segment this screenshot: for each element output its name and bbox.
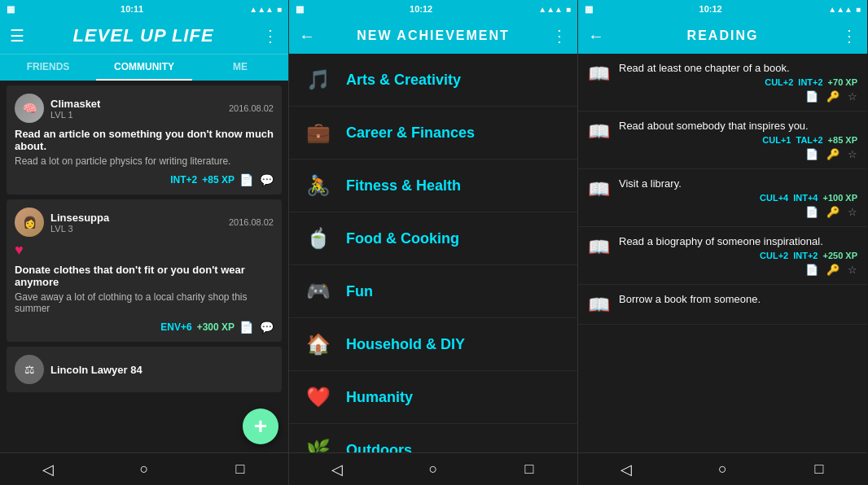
status-bar-2: ▦ 10:12 ▲▲▲ ■ xyxy=(289,0,577,18)
feed-desc-1: Read a lot on particle physics for writi… xyxy=(15,155,274,167)
scroll-action-3[interactable]: 📄 xyxy=(805,206,818,218)
key-action-2[interactable]: 🔑 xyxy=(826,148,840,160)
reading-content-2: Read about somebody that inspires you. C… xyxy=(619,120,857,160)
avatar-1: 🧠 xyxy=(15,94,44,123)
more-icon[interactable]: ⋮ xyxy=(262,26,278,46)
feed-user-2: 👩 Linsesuppa LVL 3 2016.08.02 xyxy=(15,208,274,237)
cat-icon-household: 🏠 xyxy=(302,328,335,360)
reading-actions-4: 📄 🔑 ☆ xyxy=(619,264,857,276)
header-3: ← READING ⋮ xyxy=(578,18,867,54)
feed-item-1: 🧠 Climasket LVL 1 2016.08.02 Read an art… xyxy=(7,85,282,194)
feed: 🧠 Climasket LVL 1 2016.08.02 Read an art… xyxy=(0,81,288,452)
stat-int-r3: INT+4 xyxy=(793,193,818,203)
star-action-1[interactable]: ☆ xyxy=(848,90,857,103)
cat-humanity[interactable]: ❤️ Humanity xyxy=(289,371,577,424)
stat-cul-3: CUL+4 xyxy=(760,193,788,203)
user-info-2: Linsesuppa LVL 3 xyxy=(50,212,222,234)
tab-me[interactable]: ME xyxy=(192,55,288,81)
home-btn-2[interactable]: ○ xyxy=(417,461,449,478)
feed-date-1: 2016.08.02 xyxy=(229,103,274,113)
star-action-3[interactable]: ☆ xyxy=(848,206,857,218)
back-btn-3[interactable]: ◁ xyxy=(610,461,642,478)
more-icon-2[interactable]: ⋮ xyxy=(551,26,568,46)
reading-item-4: 📖 Read a biography of someone inspiratio… xyxy=(578,227,867,285)
reading-actions-3: 📄 🔑 ☆ xyxy=(619,206,857,218)
recents-btn-3[interactable]: □ xyxy=(803,461,835,478)
feed-icons-1: 📄 💬 xyxy=(239,173,274,186)
user-info-1: Climasket LVL 1 xyxy=(50,98,222,120)
star-action-4[interactable]: ☆ xyxy=(848,264,857,276)
cat-name-career: Career & Finances xyxy=(346,125,475,142)
back-icon-3[interactable]: ← xyxy=(588,27,604,46)
feed-title-1: Read an article on something you don't k… xyxy=(15,128,274,152)
recents-btn-2[interactable]: □ xyxy=(513,461,546,478)
battery-icon-3: ■ xyxy=(856,5,861,14)
recents-btn-1[interactable]: □ xyxy=(224,461,256,478)
user-level-1: LVL 1 xyxy=(50,110,222,120)
scroll-action-2[interactable]: 📄 xyxy=(805,148,818,160)
status-time-2: 10:12 xyxy=(410,4,432,14)
cat-icon-food: 🍵 xyxy=(302,222,335,255)
comment-icon-2[interactable]: 💬 xyxy=(260,321,274,334)
menu-icon[interactable]: ☰ xyxy=(10,26,24,46)
signal-icon-3: ▲▲▲ xyxy=(828,5,853,14)
scroll-icon-2[interactable]: 📄 xyxy=(239,321,253,334)
reading-content-3: Visit a library. CUL+4 INT+4 +100 XP 📄 🔑… xyxy=(619,177,857,218)
stat-int-r1: INT+2 xyxy=(798,77,822,87)
status-time-1: 10:11 xyxy=(121,4,143,14)
scroll-action-1[interactable]: 📄 xyxy=(805,90,818,103)
stat-xp-r3: +100 XP xyxy=(822,193,857,203)
scroll-icon[interactable]: 📄 xyxy=(239,173,253,186)
stat-cul-2: CUL+1 xyxy=(762,135,791,145)
back-btn-1[interactable]: ◁ xyxy=(32,461,64,478)
status-left-2: ▦ xyxy=(296,4,304,15)
cat-name-food: Food & Cooking xyxy=(346,230,459,247)
stat-int-1: INT+2 xyxy=(170,174,197,186)
reading-icon-4: 📖 xyxy=(588,237,611,258)
scroll-action-4[interactable]: 📄 xyxy=(805,264,818,276)
reading-stats-2: CUL+1 TAL+2 +85 XP xyxy=(619,135,857,145)
status-right-1: ▲▲▲ ■ xyxy=(249,5,282,14)
reading-icon-5: 📖 xyxy=(588,295,611,316)
cat-name-outdoors: Outdoors xyxy=(346,442,412,453)
status-bar-1: ▦ 10:11 ▲▲▲ ■ xyxy=(0,0,288,18)
cat-name-fun: Fun xyxy=(346,283,373,300)
header-1: ☰ LEVEL UP LIFE ⋮ xyxy=(0,18,288,54)
comment-icon[interactable]: 💬 xyxy=(260,173,274,186)
key-action-3[interactable]: 🔑 xyxy=(826,206,840,218)
back-btn-2[interactable]: ◁ xyxy=(321,461,353,478)
cat-household[interactable]: 🏠 Household & DIY xyxy=(289,318,577,371)
reading-actions-2: 📄 🔑 ☆ xyxy=(619,148,857,160)
feed-date-2: 2016.08.02 xyxy=(229,217,274,227)
reading-actions-1: 📄 🔑 ☆ xyxy=(619,90,857,103)
cat-fitness[interactable]: 🚴 Fitness & Health xyxy=(289,159,577,212)
tab-community[interactable]: COMMUNITY xyxy=(96,55,192,81)
tab-bar: FRIENDS COMMUNITY ME xyxy=(0,54,288,81)
key-action-4[interactable]: 🔑 xyxy=(826,264,840,276)
home-btn-3[interactable]: ○ xyxy=(706,461,739,478)
username-2: Linsesuppa xyxy=(50,212,222,224)
reading-title-2: Read about somebody that inspires you. xyxy=(619,120,857,132)
cat-arts[interactable]: 🎵 Arts & Creativity xyxy=(289,54,577,107)
key-action-1[interactable]: 🔑 xyxy=(826,90,840,103)
reading-title-1: Read at least one chapter of a book. xyxy=(619,62,857,74)
phone-1: ▦ 10:11 ▲▲▲ ■ ☰ LEVEL UP LIFE ⋮ FRIENDS … xyxy=(0,0,289,485)
tab-friends[interactable]: FRIENDS xyxy=(0,55,96,81)
home-btn-1[interactable]: ○ xyxy=(128,461,160,478)
status-right-2: ▲▲▲ ■ xyxy=(538,5,571,14)
cat-fun[interactable]: 🎮 Fun xyxy=(289,265,577,318)
cat-outdoors[interactable]: 🌿 Outdoors xyxy=(289,424,577,452)
fab-button[interactable]: + xyxy=(243,409,278,444)
cat-food[interactable]: 🍵 Food & Cooking xyxy=(289,212,577,265)
reading-icon-1: 📖 xyxy=(588,63,611,85)
more-icon-3[interactable]: ⋮ xyxy=(841,26,857,46)
category-list: 🎵 Arts & Creativity 💼 Career & Finances … xyxy=(289,54,577,452)
star-action-2[interactable]: ☆ xyxy=(848,148,857,160)
reading-title-5: Borrow a book from someone. xyxy=(619,293,857,305)
feed-item-3: ⚖ Lincoln Lawyer 84 xyxy=(7,347,282,392)
back-icon-2[interactable]: ← xyxy=(299,27,315,46)
cat-career[interactable]: 💼 Career & Finances xyxy=(289,107,577,159)
reading-content-1: Read at least one chapter of a book. CUL… xyxy=(619,62,857,103)
reading-stats-3: CUL+4 INT+4 +100 XP xyxy=(619,193,857,203)
heart-icon[interactable]: ♥ xyxy=(15,242,274,259)
